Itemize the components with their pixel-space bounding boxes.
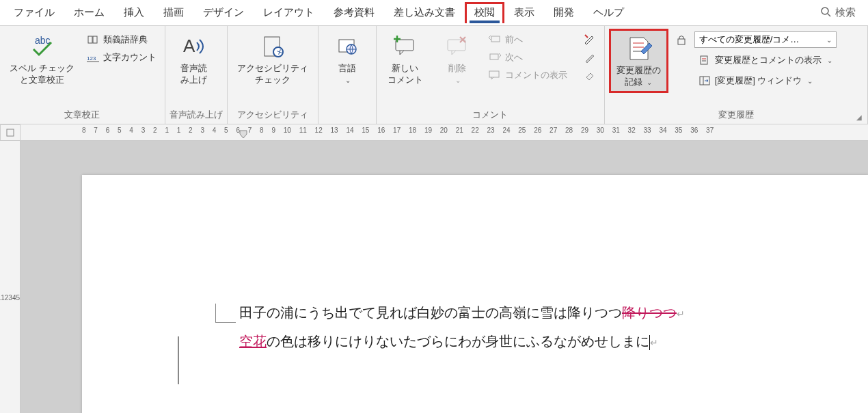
- reviewing-pane-button[interactable]: [変更履歴] ウィンドウ ⌄: [694, 72, 837, 89]
- page-container: 田子の浦にうち出でて見れば白妙の富士の高嶺に雪は降りつつ降りつつ 空花の色は移り…: [21, 141, 868, 413]
- paragraph-end-icon: [650, 334, 658, 349]
- group-proofing: abc スペル チェック と文章校正 類義語辞典 123 文字カウント 文章校正: [0, 26, 165, 124]
- spellcheck-icon: abc: [27, 31, 57, 62]
- next-comment-button[interactable]: 次へ: [485, 49, 571, 66]
- prev-comment-icon: [489, 34, 501, 46]
- group-accessibility: アクセシビリティ チェック アクセシビリティ: [228, 26, 318, 124]
- track-changes-button[interactable]: 変更履歴の 記録 ⌄: [609, 29, 668, 93]
- markup-icon: [699, 54, 711, 66]
- tab-file[interactable]: ファイル: [4, 2, 64, 23]
- svg-rect-3: [88, 36, 92, 43]
- accessibility-icon: [259, 31, 286, 62]
- spellcheck-button[interactable]: abc スペル チェック と文章校正: [4, 29, 80, 89]
- paragraph-mark: [215, 304, 236, 323]
- show-markup-button[interactable]: 変更履歴とコメントの表示 ⌄: [694, 52, 837, 68]
- new-comment-button[interactable]: 新しい コメント: [381, 29, 430, 89]
- reviewing-pane-icon: [699, 75, 711, 87]
- accessibility-check-button[interactable]: アクセシビリティ チェック: [232, 29, 314, 89]
- readaloud-icon: A: [180, 31, 208, 62]
- show-comments-button[interactable]: コメントの表示: [485, 67, 571, 83]
- wordcount-button[interactable]: 123 文字カウント: [83, 49, 161, 66]
- show-comments-icon: [489, 69, 501, 81]
- lock-tracking-button[interactable]: [671, 31, 692, 48]
- lock-icon: [675, 34, 688, 46]
- wordcount-icon: 123: [87, 51, 99, 64]
- ink-button[interactable]: [580, 31, 600, 48]
- group-comments: 新しい コメント 削除⌄ 前へ 次へ コメントの表示: [377, 26, 605, 124]
- readaloud-button[interactable]: A 音声読 み上げ: [169, 29, 219, 89]
- svg-rect-22: [701, 56, 707, 64]
- chevron-down-icon: ⌄: [455, 77, 461, 84]
- track-changes-icon: [623, 34, 653, 64]
- tab-draw[interactable]: 描画: [154, 2, 193, 23]
- eraser-button[interactable]: [580, 67, 600, 83]
- tab-bar: ファイル ホーム 挿入 描画 デザイン レイアウト 参考資料 差し込み文書 校閲…: [0, 0, 868, 26]
- document-area: 5432112 田子の浦にうち出でて見れば白妙の富士の高嶺に雪は降りつつ降りつつ…: [0, 141, 868, 413]
- inserted-text: 空花: [239, 334, 267, 349]
- search-box[interactable]: 検索: [812, 6, 864, 19]
- svg-line-1: [828, 14, 830, 16]
- tab-view[interactable]: 表示: [504, 2, 544, 23]
- text-line-1[interactable]: 田子の浦にうち出でて見れば白妙の富士の高嶺に雪は降りつつ降りつつ: [239, 298, 868, 327]
- svg-rect-21: [678, 39, 685, 44]
- svg-rect-14: [448, 40, 465, 51]
- ruler-corner[interactable]: [0, 124, 21, 141]
- tab-references[interactable]: 参考資料: [324, 2, 384, 23]
- horizontal-ruler[interactable]: 8 7 6 5 4 3 2 1 1 2 3 4 5 6 7 8 9 10 11 …: [21, 124, 868, 141]
- chevron-down-icon: ⌄: [647, 79, 652, 86]
- chevron-down-icon: ⌄: [827, 57, 832, 64]
- svg-point-0: [822, 8, 828, 14]
- svg-rect-17: [489, 71, 499, 77]
- language-icon: [335, 31, 360, 62]
- chevron-down-icon: ⌄: [345, 77, 351, 84]
- pencil-button[interactable]: [580, 49, 600, 66]
- group-tracking: 変更履歴の 記録 ⌄ すべての変更履歴/コメ… ⌄ 変更履歴とコメントの表示 ⌄…: [605, 26, 868, 124]
- deleted-text: 降りつつ: [622, 305, 677, 320]
- next-comment-icon: [489, 51, 501, 64]
- new-comment-icon: [392, 31, 419, 62]
- search-label: 検索: [835, 6, 856, 19]
- svg-text:abc: abc: [35, 35, 51, 46]
- thesaurus-button[interactable]: 類義語辞典: [83, 31, 161, 48]
- tab-help[interactable]: ヘルプ: [584, 2, 634, 23]
- tab-mailings[interactable]: 差し込み文書: [384, 2, 465, 23]
- svg-point-9: [273, 47, 283, 57]
- group-language: 言語⌄: [318, 26, 377, 124]
- svg-rect-13: [396, 40, 413, 51]
- text-line-2[interactable]: 空花の色は移りにけりないたづらにわが身世にふるながめせしまに: [239, 327, 868, 356]
- tab-layout[interactable]: レイアウト: [254, 2, 324, 23]
- svg-text:123: 123: [87, 55, 96, 62]
- chevron-down-icon: ⌄: [807, 77, 813, 85]
- pencil-icon: [584, 51, 596, 64]
- ribbon: abc スペル チェック と文章校正 類義語辞典 123 文字カウント 文章校正: [0, 26, 868, 124]
- eraser-icon: [584, 69, 596, 81]
- document-page[interactable]: 田子の浦にうち出でて見れば白妙の富士の高嶺に雪は降りつつ降りつつ 空花の色は移り…: [82, 175, 868, 413]
- document-body[interactable]: 田子の浦にうち出でて見れば白妙の富士の高嶺に雪は降りつつ降りつつ 空花の色は移り…: [150, 298, 868, 356]
- svg-rect-16: [490, 54, 498, 59]
- svg-text:A: A: [183, 36, 195, 56]
- thesaurus-icon: [87, 34, 99, 46]
- prev-comment-button[interactable]: 前へ: [485, 31, 571, 48]
- chevron-down-icon: ⌄: [826, 36, 832, 44]
- tab-insert[interactable]: 挿入: [114, 2, 154, 23]
- svg-rect-15: [491, 36, 500, 42]
- language-button[interactable]: 言語⌄: [323, 29, 372, 89]
- display-for-review-select[interactable]: すべての変更履歴/コメ… ⌄: [694, 31, 837, 48]
- paragraph-end-icon: [677, 305, 685, 320]
- tab-home[interactable]: ホーム: [64, 2, 114, 23]
- tab-design[interactable]: デザイン: [193, 2, 254, 23]
- tracking-launcher[interactable]: ◢: [856, 114, 865, 121]
- horizontal-ruler-area: 8 7 6 5 4 3 2 1 1 2 3 4 5 6 7 8 9 10 11 …: [0, 124, 868, 141]
- vertical-ruler[interactable]: 5432112: [0, 141, 21, 413]
- delete-comment-button[interactable]: 削除⌄: [433, 29, 482, 89]
- svg-rect-4: [93, 36, 97, 43]
- delete-comment-icon: [444, 31, 471, 62]
- tab-review[interactable]: 校閲: [465, 2, 504, 23]
- search-icon: [820, 6, 831, 19]
- ink-pen-icon: [584, 34, 596, 46]
- group-speech: A 音声読 み上げ 音声読み上げ: [165, 26, 228, 124]
- tab-developer[interactable]: 開発: [544, 2, 584, 23]
- svg-rect-27: [7, 129, 14, 136]
- change-bar: [178, 336, 179, 384]
